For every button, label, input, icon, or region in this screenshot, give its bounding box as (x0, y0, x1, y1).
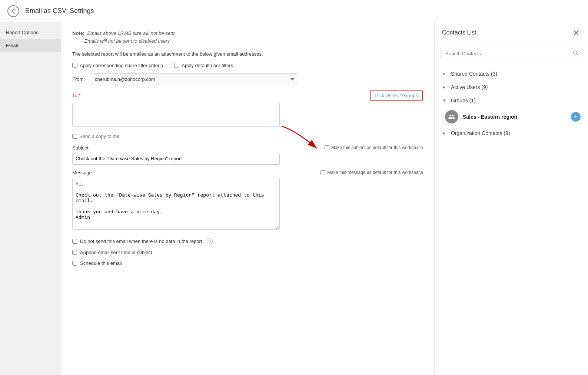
message-input[interactable]: Hi, Check out the "Date-wise Sales by Re… (72, 178, 280, 230)
content-area: Note: Emails above 15 MB size will not b… (61, 22, 434, 375)
append-time-input[interactable] (72, 250, 77, 255)
send-copy-checkbox[interactable] (72, 134, 77, 139)
no-data-input[interactable] (72, 239, 77, 244)
subject-workspace-checkbox[interactable]: Make this subject as default for this wo… (325, 145, 423, 150)
from-select[interactable]: cherubina.h@zohocorp.com (91, 73, 298, 85)
sidebar: Report Options Email (0, 22, 61, 375)
subject-label: Subject: (72, 145, 90, 151)
org-contacts-label: Organization Contacts (9) (451, 130, 510, 136)
subject-section: Subject: Make this subject as default fo… (72, 145, 423, 165)
back-button[interactable] (7, 5, 19, 17)
svg-line-3 (577, 54, 578, 55)
message-section: Message: Make this message as default fo… (72, 170, 423, 231)
note-text: Note: Emails above 15 MB size will not b… (72, 30, 423, 45)
no-data-label: Do not send this email when there is no … (80, 239, 202, 244)
contacts-panel: Contacts List (434, 22, 588, 375)
sidebar-item-email[interactable]: Email (0, 39, 61, 52)
contacts-list: ► Shared Contacts (3) ► Active Users (9)… (435, 64, 588, 375)
close-icon (574, 30, 579, 35)
contacts-search-input[interactable] (441, 48, 582, 59)
apply-share-filter-input[interactable] (72, 63, 77, 68)
to-input[interactable] (72, 103, 280, 127)
note-label: Note: (72, 30, 84, 36)
shared-contacts-label: Shared Contacts (3) (451, 71, 497, 77)
message-header: Message: Make this message as default fo… (72, 170, 423, 175)
send-copy-row: Send a copy to me (72, 134, 423, 139)
app-header: Email as CSV: Settings (0, 0, 588, 22)
chevron-right-icon: ► (442, 85, 446, 90)
schedule-label: Schedule this email (80, 260, 122, 266)
schedule-checkbox[interactable]: Schedule this email (72, 260, 423, 266)
to-label: To:* (72, 93, 80, 98)
org-contacts-item[interactable]: ► Organization Contacts (9) (435, 126, 588, 140)
groups-label: Groups (1) (451, 98, 476, 103)
add-group-button[interactable]: + (571, 112, 581, 122)
apply-share-filter-checkbox[interactable]: Apply corresponding share filter criteri… (72, 63, 163, 68)
send-copy-label: Send a copy to me (79, 134, 119, 139)
message-workspace-input[interactable] (320, 170, 325, 175)
note-line1: Emails above 15 MB size will not be sent (87, 30, 175, 36)
group-icon (448, 113, 455, 121)
sidebar-item-report-options[interactable]: Report Options (0, 26, 61, 39)
contacts-title: Contacts List (442, 29, 476, 36)
contacts-search-row (435, 43, 588, 64)
back-icon (11, 8, 15, 14)
apply-default-filter-label: Apply default user filters (182, 63, 233, 68)
subject-input[interactable] (72, 153, 280, 165)
description-text: The selected report will be emailed as a… (72, 51, 423, 57)
from-label: From: (72, 76, 91, 82)
search-icon (573, 50, 578, 57)
main-layout: Report Options Email Note: Emails above … (0, 22, 588, 375)
contacts-close-button[interactable] (572, 28, 581, 37)
bottom-checkboxes: Do not send this email when there is no … (72, 239, 423, 266)
active-users-item[interactable]: ► Active Users (9) (435, 80, 588, 94)
to-section: To:* Pick Users / Groups (72, 91, 423, 128)
active-users-label: Active Users (9) (451, 84, 488, 90)
group-name: Sales - Eastern region (463, 114, 567, 120)
no-data-checkbox[interactable]: Do not send this email when there is no … (72, 239, 423, 244)
schedule-input[interactable] (72, 261, 77, 266)
from-row: From: cherubina.h@zohocorp.com (72, 73, 423, 85)
groups-item[interactable]: ▼ Groups (1) (435, 94, 588, 107)
page-title: Email as CSV: Settings (25, 7, 94, 15)
shared-contacts-item[interactable]: ► Shared Contacts (3) (435, 67, 588, 80)
subject-workspace-input[interactable] (325, 145, 329, 150)
chevron-down-icon: ▼ (442, 98, 446, 103)
help-icon[interactable]: ? (207, 239, 213, 244)
svg-point-2 (574, 51, 577, 54)
message-workspace-checkbox[interactable]: Make this message as default for this wo… (320, 170, 423, 175)
sales-eastern-region-item[interactable]: Sales - Eastern region + (435, 107, 588, 126)
apply-default-filter-checkbox[interactable]: Apply default user filters (174, 63, 233, 68)
message-label: Message: (72, 170, 93, 175)
pick-users-button[interactable]: Pick Users / Groups (370, 91, 423, 101)
apply-share-filter-label: Apply corresponding share filter criteri… (80, 63, 163, 68)
search-wrap (441, 48, 582, 59)
apply-default-filter-input[interactable] (174, 63, 179, 68)
to-header: To:* Pick Users / Groups (72, 91, 423, 101)
filter-checkboxes: Apply corresponding share filter criteri… (72, 63, 423, 68)
subject-workspace-label: Make this subject as default for this wo… (331, 145, 423, 150)
chevron-right-icon: ► (442, 71, 446, 76)
subject-header: Subject: Make this subject as default fo… (72, 145, 423, 151)
append-time-label: Append email sent time in subject (80, 250, 152, 255)
message-workspace-label: Make this message as default for this wo… (327, 170, 423, 175)
append-time-checkbox[interactable]: Append email sent time in subject (72, 250, 423, 255)
chevron-right-icon: ► (442, 131, 446, 136)
contacts-header: Contacts List (435, 22, 588, 43)
group-avatar (445, 110, 458, 124)
note-line2: Emails will not be sent to disabled user… (84, 38, 170, 44)
